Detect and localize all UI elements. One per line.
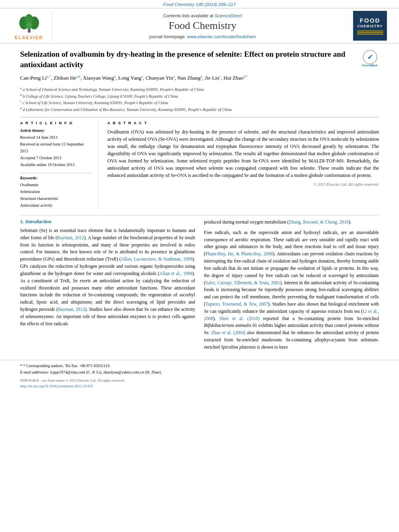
left-body-col: 1. Introduction Selenium (Se) is an esse… — [20, 219, 195, 354]
logo-decorative-lines — [357, 31, 383, 35]
body-content: 1. Introduction Selenium (Se) is an esse… — [0, 219, 399, 359]
intro-para-1: Selenium (Se) is an essential trace elem… — [20, 227, 195, 327]
logo-food-text: FOOD — [360, 17, 380, 24]
info-divider — [20, 173, 93, 173]
authors-line: Can-Peng Lia,*, Zhikun Hea,b, Xiaoyan Wa… — [20, 74, 379, 82]
keyword-antioxidant: Antioxidant activity — [20, 202, 93, 209]
footnote-corresponding: * * Corresponding authors. Tel./fax: +86… — [20, 363, 379, 369]
right-body-col: produced during normal oxygen metabolism… — [204, 219, 379, 354]
article-info-abstract: A R T I C L E I N F O Article history: R… — [20, 121, 379, 209]
right-para-1: produced during normal oxygen metabolism… — [204, 219, 379, 226]
abstract-text: Ovalbumin (OVA) was selenized by dry-hea… — [107, 128, 379, 179]
affiliations-block: a a School of Chemical Science and Techn… — [20, 86, 379, 113]
copyright-line: © 2013 Elsevier Ltd. All rights reserved… — [107, 182, 379, 187]
journal-header: ELSEVIER Contents lists available at Sci… — [0, 8, 399, 43]
keywords-block: Keywords: Ovalbumin Selenization Structu… — [20, 176, 93, 209]
email-label: E-mail addresses: — [20, 370, 49, 374]
accepted-date: Accepted 7 October 2013 — [20, 154, 93, 161]
keyword-structural: Structural characteristic — [20, 195, 93, 202]
homepage-url[interactable]: www.elsevier.com/locate/foodchem — [187, 34, 256, 39]
abstract-col: A B S T R A C T Ovalbumin (OVA) was sele… — [107, 121, 379, 209]
abstract-label: A B S T R A C T — [107, 121, 379, 125]
content-area: Selenization of ovalbumin by dry-heating… — [0, 43, 399, 212]
main-divider — [20, 215, 379, 216]
affiliation-b: b b College of Life Science, Lijiang Tea… — [20, 93, 379, 100]
history-label: Article history: — [20, 128, 93, 133]
footnote-star: * — [20, 364, 23, 368]
homepage-line: journal homepage: www.elsevier.com/locat… — [60, 34, 345, 39]
crossmark-icon: ✓ — [362, 49, 378, 65]
crossmark-badge: ✓ CrossMark — [361, 49, 379, 67]
contents-label: Contents lists available at — [163, 13, 214, 18]
article-history-block: Article history: Received 14 June 2013 R… — [20, 128, 93, 168]
food-chem-logo-box: FOOD CHEMISTRY — [353, 11, 387, 41]
issn-line: 0308-8146/$ – see front matter © 2013 El… — [20, 378, 379, 383]
doi-link[interactable]: http://dx.doi.org/10.1016/j.foodchem.201… — [20, 384, 93, 388]
received-revised-date: Received in revised form 15 September 20… — [20, 141, 93, 154]
right-para-2: Free radicals, such as the superoxide an… — [204, 229, 379, 351]
doi-line: http://dx.doi.org/10.1016/j.foodchem.201… — [20, 383, 379, 389]
affiliation-c: c c School of Life Science, Yunnan Unive… — [20, 99, 379, 106]
article-title: Selenization of ovalbumin by dry-heating… — [20, 49, 379, 70]
journal-center: Contents lists available at ScienceDirec… — [52, 11, 353, 41]
keyword-selenization: Selenization — [20, 188, 93, 195]
available-date: Available online 19 October 2013 — [20, 161, 93, 168]
article-info-label: A R T I C L E I N F O — [20, 121, 93, 125]
footer-area: * * Corresponding authors. Tel./fax: +86… — [0, 360, 399, 392]
contents-available: Contents lists available at ScienceDirec… — [60, 13, 345, 18]
svg-text:✓: ✓ — [367, 53, 373, 61]
elsevier-text: ELSEVIER — [15, 35, 43, 40]
received-date: Received 14 June 2013 — [20, 134, 93, 141]
logo-chemistry-text: CHEMISTRY — [357, 24, 383, 28]
sciencedirect-link[interactable]: ScienceDirect — [214, 13, 242, 18]
section-divider-1 — [20, 117, 379, 117]
svg-point-4 — [26, 23, 32, 29]
article-title-block: Selenization of ovalbumin by dry-heating… — [20, 49, 379, 70]
keywords-label: Keywords: — [20, 176, 93, 180]
journal-title: Food Chemistry — [60, 20, 345, 32]
affiliation-a: a a School of Chemical Science and Techn… — [20, 86, 379, 93]
intro-heading: 1. Introduction — [20, 219, 195, 225]
issn-text: 0308-8146/$ – see front matter © 2013 El… — [20, 378, 125, 382]
top-bar: Food Chemistry 148 (2014) 209–217 — [0, 0, 399, 8]
footnote-email: E-mail addresses: lcppp1974@sina.com (C.… — [20, 369, 379, 376]
corresponding-text: * Corresponding authors. Tel./fax: +86 8… — [23, 364, 111, 368]
affiliation-d: d d Laboratory for Conservation and Util… — [20, 106, 379, 113]
elsevier-logo: ELSEVIER — [12, 11, 52, 41]
citation-text: Food Chemistry 148 (2014) 209–217 — [163, 2, 236, 7]
elsevier-tree-icon — [14, 12, 44, 34]
article-info-col: A R T I C L E I N F O Article history: R… — [20, 121, 99, 209]
email-addresses: lcppp1974@sina.com (C.-P. Li), zhaolyau@… — [50, 370, 162, 374]
keyword-ovalbumin: Ovalbumin — [20, 181, 93, 188]
homepage-label: journal homepage: — [149, 34, 187, 39]
